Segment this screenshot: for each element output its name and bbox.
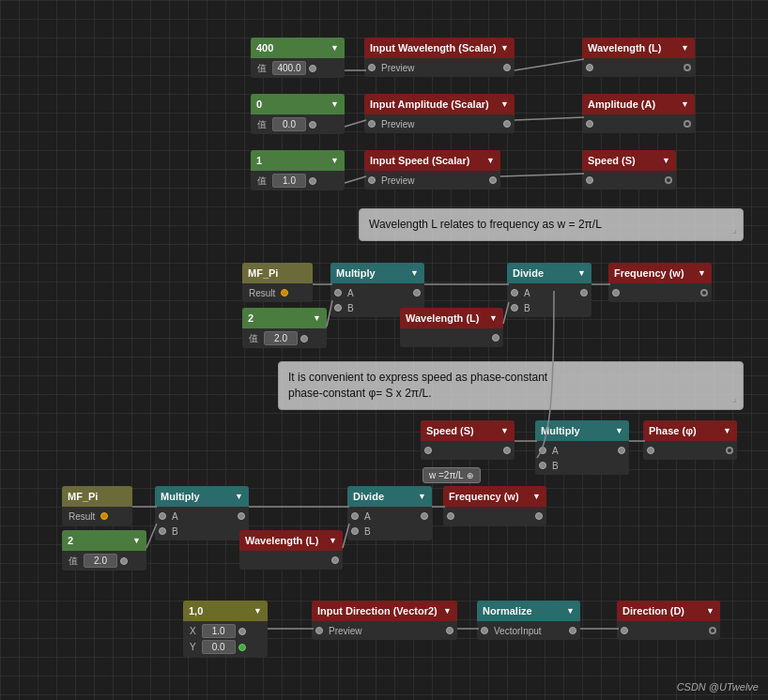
divide-1-chevron[interactable]: ▼	[577, 268, 586, 278]
speed-s-chevron[interactable]: ▼	[662, 156, 670, 165]
frequency-w-1-chevron[interactable]: ▼	[698, 268, 706, 278]
wavelength-l-3-chevron[interactable]: ▼	[329, 536, 337, 545]
multiply-3-a-row: A	[155, 509, 249, 524]
multiply-1-a-row: A	[330, 285, 424, 300]
multiply-3-a-in	[159, 512, 166, 520]
node-val-0-header[interactable]: 0 ▼	[251, 94, 345, 114]
multiply-3-header[interactable]: Multiply ▼	[155, 486, 249, 507]
node-val-400-header[interactable]: 400 ▼	[251, 38, 345, 58]
val-0-chevron[interactable]: ▼	[330, 99, 339, 109]
mf-pi-1-header[interactable]: MF_Pi	[242, 263, 313, 283]
mf-pi-1-result-row: Result	[242, 285, 313, 300]
node-frequency-w-2: Frequency (w) ▼	[443, 486, 546, 525]
input-direction-header[interactable]: Input Direction (Vector2) ▼	[312, 601, 457, 621]
phase-phi-header[interactable]: Phase (φ) ▼	[643, 420, 737, 441]
input-direction-in-port	[315, 627, 323, 634]
wavelength-l-3-header[interactable]: Wavelength (L) ▼	[239, 530, 343, 551]
mf-pi-1-result-port	[281, 289, 288, 297]
val-10-label: 1,0	[189, 605, 203, 616]
speed-s-2-chevron[interactable]: ▼	[500, 426, 509, 435]
amplitude-a-chevron[interactable]: ▼	[681, 99, 689, 109]
multiply-1-header[interactable]: Multiply ▼	[330, 263, 424, 283]
val-10-x-input[interactable]	[202, 624, 236, 638]
val-10-chevron[interactable]: ▼	[253, 606, 262, 616]
val-1-chevron[interactable]: ▼	[330, 156, 339, 165]
val-2-1-chevron[interactable]: ▼	[313, 313, 321, 323]
result-label-2: Result	[69, 511, 95, 522]
input-wavelength-chevron[interactable]: ▼	[500, 43, 509, 53]
multiply-3-b-in	[159, 527, 166, 535]
val-10-y-input[interactable]	[202, 640, 236, 654]
speed-s-2-header[interactable]: Speed (S) ▼	[421, 420, 515, 441]
input-direction-chevron[interactable]: ▼	[443, 606, 452, 616]
input-speed-in-port	[368, 176, 376, 184]
phase-phi-out-port	[726, 447, 733, 454]
divide-1-header[interactable]: Divide ▼	[507, 263, 591, 283]
multiply-1-a-in	[334, 289, 342, 297]
amplitude-a-label: Amplitude (A)	[588, 99, 655, 110]
node-amplitude-a: Amplitude (A) ▼	[582, 94, 695, 133]
preview-label-1: Preview	[381, 63, 415, 73]
wavelength-l-2-header[interactable]: Wavelength (L) ▼	[400, 308, 503, 328]
wavelength-l-2-chevron[interactable]: ▼	[489, 313, 498, 323]
node-val-2-1-header[interactable]: 2 ▼	[242, 308, 327, 328]
speed-s-2-in-port	[424, 447, 432, 454]
node-val-2-2-header[interactable]: 2 ▼	[62, 530, 146, 551]
multiply-2-chevron[interactable]: ▼	[615, 426, 623, 435]
wavelength-l-chevron[interactable]: ▼	[681, 43, 689, 53]
val-400-input[interactable]	[272, 61, 306, 75]
multiply-3-out	[238, 512, 245, 520]
preview-label-3: Preview	[381, 175, 415, 186]
val-0-out-port	[309, 121, 316, 129]
divide-2-a-in	[351, 512, 359, 520]
wavelength-l-label: Wavelength (L)	[588, 42, 661, 53]
node-val-0: 0 ▼ 值	[251, 94, 345, 134]
val-2-1-row: 值	[242, 330, 327, 346]
val-1-out-port	[309, 177, 316, 185]
val-2-2-input[interactable]	[84, 554, 117, 568]
normalize-row: VectorInput	[477, 623, 580, 638]
phase-phi-chevron[interactable]: ▼	[723, 426, 731, 435]
val-400-out-port	[309, 65, 316, 72]
val-0-input[interactable]	[272, 117, 306, 131]
node-val-400: 400 ▼ 值	[251, 38, 345, 78]
direction-d-header[interactable]: Direction (D) ▼	[617, 601, 720, 621]
input-amplitude-chevron[interactable]: ▼	[500, 99, 509, 109]
input-speed-out-port	[489, 176, 497, 184]
comment-1-resize[interactable]: ⌟	[732, 223, 737, 236]
val-label: 值	[257, 62, 267, 75]
input-wavelength-header[interactable]: Input Wavelength (Scalar) ▼	[364, 38, 515, 58]
divide-2-header[interactable]: Divide ▼	[347, 486, 432, 507]
node-val-10-header[interactable]: 1,0 ▼	[183, 601, 268, 621]
speed-s-label: Speed (S)	[588, 155, 636, 166]
frequency-w-1-header[interactable]: Frequency (w) ▼	[608, 263, 712, 283]
input-speed-chevron[interactable]: ▼	[486, 156, 495, 165]
speed-s-header[interactable]: Speed (S) ▼	[582, 150, 676, 171]
divide-1-a-label: A	[524, 288, 530, 298]
divide-2-chevron[interactable]: ▼	[418, 492, 426, 501]
multiply-3-chevron[interactable]: ▼	[235, 492, 243, 501]
val-1-input[interactable]	[272, 174, 306, 188]
comment-2-resize[interactable]: ⌟	[732, 392, 737, 405]
val-400-chevron[interactable]: ▼	[330, 43, 339, 53]
wavelength-l-header[interactable]: Wavelength (L) ▼	[582, 38, 695, 58]
multiply-2-header[interactable]: Multiply ▼	[535, 420, 629, 441]
input-amplitude-out-port	[503, 120, 511, 128]
val-label-4: 值	[249, 332, 258, 345]
amplitude-a-header[interactable]: Amplitude (A) ▼	[582, 94, 695, 114]
input-amplitude-header[interactable]: Input Amplitude (Scalar) ▼	[364, 94, 515, 114]
val-2-2-chevron[interactable]: ▼	[132, 536, 141, 545]
frequency-w-2-header[interactable]: Frequency (w) ▼	[443, 486, 546, 507]
val-1-row: 值	[251, 173, 345, 189]
node-speed-s: Speed (S) ▼	[582, 150, 676, 190]
multiply-1-chevron[interactable]: ▼	[410, 268, 419, 278]
divide-2-a-row: A	[347, 509, 432, 524]
val-2-1-input[interactable]	[264, 331, 298, 345]
direction-d-chevron[interactable]: ▼	[706, 606, 714, 616]
normalize-chevron[interactable]: ▼	[566, 606, 575, 616]
frequency-w-2-chevron[interactable]: ▼	[532, 492, 541, 501]
mf-pi-2-header[interactable]: MF_Pi	[62, 486, 132, 507]
normalize-header[interactable]: Normalize ▼	[477, 601, 580, 621]
input-speed-header[interactable]: Input Speed (Scalar) ▼	[364, 150, 500, 171]
node-val-1-header[interactable]: 1 ▼	[251, 150, 345, 171]
